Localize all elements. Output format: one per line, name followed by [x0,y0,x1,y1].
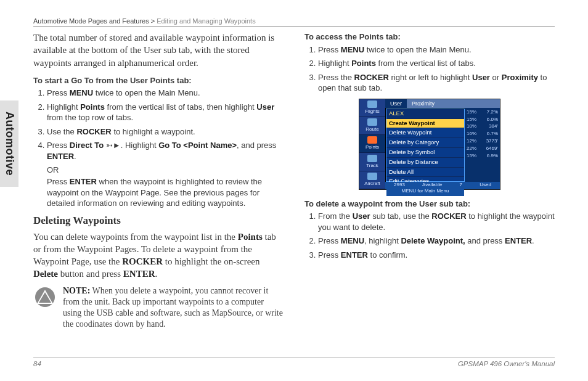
shot-tab-proximity: Proximity [407,99,439,108]
procedure2-title: To access the Points tab: [304,31,555,43]
list-item: Press Direct To ➳►. Highlight Go To <Poi… [47,140,284,208]
shot-tabs: User Proximity [385,99,500,108]
procedure2-list: Press MENU twice to open the Main Menu. … [304,44,555,94]
procedure1-list: Press MENU twice to open the Main Menu. … [33,88,284,208]
manual-title: GPSMAP 496 Owner's Manual [458,360,555,367]
breadcrumb: Automotive Mode Pages and Features > Edi… [33,17,555,27]
page-number: 84 [33,360,41,367]
shot-footer: 2993 Available 7 Used [385,182,500,189]
section-side-tab: Automotive [0,100,18,187]
list-item: Press MENU twice to open the Main Menu. [47,88,284,99]
warning-triangle-icon [33,285,57,309]
breadcrumb-main: Automotive Mode Pages and Features > [33,17,155,25]
list-item: Use the ROCKER to highlight a waypoint. [47,126,284,137]
procedure3-title: To delete a waypoint from the User sub t… [304,199,555,210]
list-item: Press MENU twice to open the Main Menu. [318,44,555,55]
shot-side-route: Route [359,117,385,135]
deleting-waypoints-body: You can delete waypoints from the waypoi… [33,231,284,281]
right-column: To access the Points tab: Press MENU twi… [304,31,555,330]
shot-context-menu: ALEX Create Waypoint Delete Waypoint Del… [386,109,465,182]
device-screenshot: Flights Route Points Track Aircraft User… [359,99,500,190]
list-item: From the User sub tab, use the ROCKER to… [318,211,555,232]
direct-to-icon: ➳► [106,141,121,150]
side-tab-label: Automotive [3,112,16,176]
breadcrumb-sub: Editing and Managing Waypoints [157,17,255,25]
list-item: Highlight Points from the vertical list … [47,102,284,123]
shot-side-points: Points [359,135,385,153]
shot-waypoint-list: 15%7.2% 15%6.0% 10%384' 16%6.7% 12%3773'… [465,108,500,182]
procedure3-list: From the User sub tab, use the ROCKER to… [304,211,555,260]
shot-sidebar: Flights Route Points Track Aircraft [359,99,385,189]
list-item: Highlight Points from the vertical list … [318,58,555,69]
intro-paragraph: The total number of stored and available… [33,31,284,69]
list-item: Press the ROCKER right or left to highli… [318,72,555,94]
left-column: The total number of stored and available… [33,31,284,330]
shot-side-track: Track [359,153,385,171]
deleting-waypoints-heading: Deleting Waypoints [33,214,284,228]
page-footer: 84 GPSMAP 496 Owner's Manual [33,358,555,367]
list-item: Press MENU, highlight Delete Waypoint, a… [318,236,555,247]
note-text: NOTE: When you delete a waypoint, you ca… [63,285,284,330]
note-block: NOTE: When you delete a waypoint, you ca… [33,285,284,330]
shot-side-flights: Flights [359,99,385,117]
shot-side-aircraft: Aircraft [359,171,385,189]
list-item: Press ENTER to confirm. [318,250,555,261]
procedure1-title: To start a Go To from the User Points ta… [33,75,284,86]
shot-menu-create: Create Waypoint [386,119,464,129]
shot-tab-user: User [385,99,407,108]
